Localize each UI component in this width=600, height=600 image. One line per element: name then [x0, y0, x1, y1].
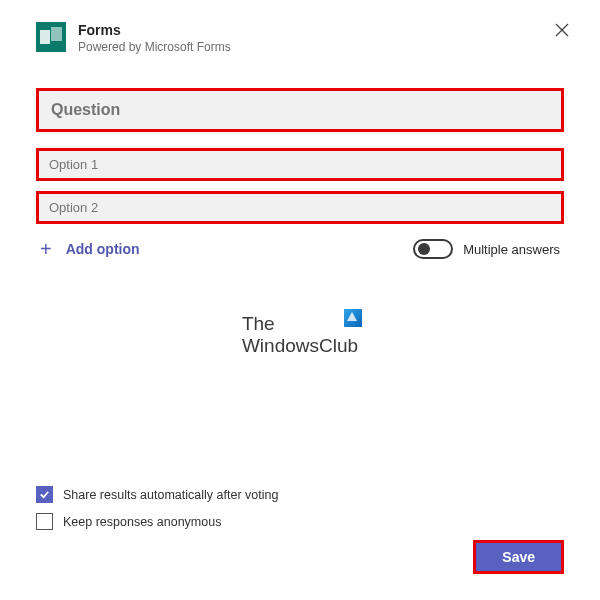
question-input[interactable]	[39, 91, 561, 129]
close-button[interactable]	[552, 20, 572, 40]
dialog-header: Forms Powered by Microsoft Forms	[0, 0, 600, 54]
question-field-highlight	[36, 88, 564, 132]
option-field-highlight	[36, 148, 564, 181]
check-icon	[39, 489, 50, 500]
option-2-input[interactable]	[39, 194, 561, 221]
multiple-answers-control: Multiple answers	[413, 239, 560, 259]
plus-icon: +	[40, 238, 52, 261]
share-results-label: Share results automatically after voting	[63, 488, 278, 502]
dialog-footer: Share results automatically after voting…	[36, 486, 564, 574]
watermark-logo-icon	[344, 309, 362, 327]
watermark-line1: The	[242, 313, 358, 335]
watermark-line2: WindowsClub	[242, 335, 358, 357]
keep-anonymous-checkbox[interactable]	[36, 513, 53, 530]
keep-anonymous-row: Keep responses anonymous	[36, 513, 564, 530]
multiple-answers-toggle[interactable]	[413, 239, 453, 259]
save-row: Save	[36, 540, 564, 574]
add-option-button[interactable]: + Add option	[40, 238, 140, 261]
share-results-row: Share results automatically after voting	[36, 486, 564, 503]
add-option-label: Add option	[66, 241, 140, 257]
save-button-highlight: Save	[473, 540, 564, 574]
header-text: Forms Powered by Microsoft Forms	[78, 22, 570, 54]
save-button[interactable]: Save	[476, 543, 561, 571]
multiple-answers-label: Multiple answers	[463, 242, 560, 257]
app-subtitle: Powered by Microsoft Forms	[78, 40, 570, 54]
option-field-highlight	[36, 191, 564, 224]
toggle-knob	[418, 243, 430, 255]
app-title: Forms	[78, 22, 570, 39]
close-icon	[555, 23, 569, 37]
share-results-checkbox[interactable]	[36, 486, 53, 503]
form-body: + Add option Multiple answers The Window…	[0, 54, 600, 357]
keep-anonymous-label: Keep responses anonymous	[63, 515, 221, 529]
option-actions-row: + Add option Multiple answers	[36, 238, 564, 261]
option-1-input[interactable]	[39, 151, 561, 178]
watermark: The WindowsClub	[36, 313, 564, 357]
forms-app-icon	[36, 22, 66, 52]
